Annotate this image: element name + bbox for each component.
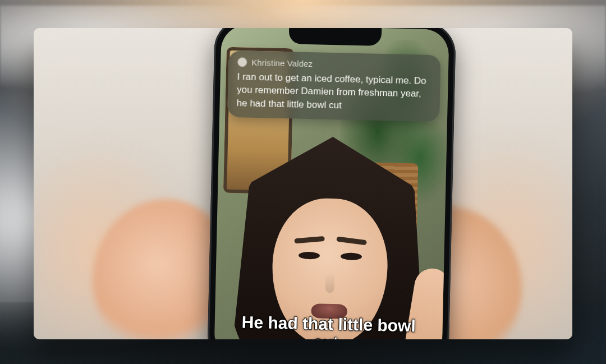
- video-subtitle: He had that little bowl cut.: [214, 312, 443, 339]
- caller-eye-left: [299, 252, 320, 260]
- live-captions-banner[interactable]: Khristine Valdez I ran out to get an ice…: [227, 50, 441, 122]
- iphone-device-frame: Khristine Valdez I ran out to get an ice…: [207, 28, 456, 339]
- caller-brow-left: [294, 236, 325, 243]
- caller-brow-right: [336, 236, 367, 245]
- banner-header: Khristine Valdez: [237, 57, 431, 71]
- caller-portrait: [229, 135, 431, 339]
- iphone-screen[interactable]: Khristine Valdez I ran out to get an ice…: [214, 28, 449, 339]
- caller-eye-right: [341, 252, 362, 260]
- caller-nose: [325, 273, 334, 293]
- live-captions-text: I ran out to get an iced coffee, typical…: [236, 70, 431, 114]
- contact-avatar-icon: [237, 57, 247, 67]
- iphone-notch: [289, 28, 382, 46]
- contact-name: Khristine Valdez: [251, 58, 313, 68]
- presentation-card: Khristine Valdez I ran out to get an ice…: [34, 28, 572, 339]
